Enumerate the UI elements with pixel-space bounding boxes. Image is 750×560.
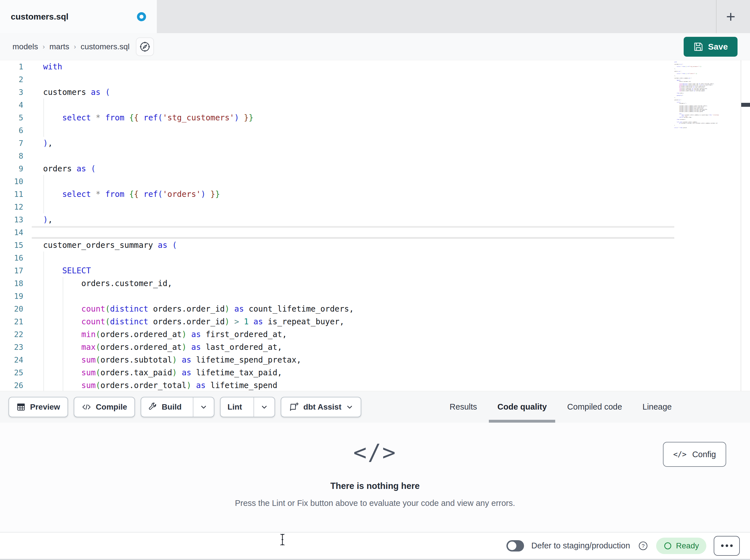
code-icon: </>: [673, 450, 687, 459]
assist-sparkle-chat-icon: [289, 402, 299, 412]
breadcrumb-file: customers.sql: [81, 42, 130, 51]
chevron-down-icon: [261, 403, 268, 411]
code-line: [43, 73, 673, 86]
dbt-assist-button[interactable]: dbt Assist: [281, 397, 361, 417]
lint-button[interactable]: Lint: [221, 397, 249, 417]
line-number: 15: [0, 239, 32, 251]
code-line: sum(orders.order_total) as lifetime_spen…: [43, 379, 673, 391]
code-line: orders.customer_id,: [43, 277, 673, 290]
code-slash-icon: </>: [353, 440, 397, 465]
line-number: 14: [0, 226, 32, 239]
line-number: 19: [0, 290, 32, 303]
action-toolbar: Preview Compile Build: [0, 391, 750, 422]
code-line: [43, 251, 673, 264]
line-number: 26: [0, 379, 32, 391]
line-number: 2: [0, 73, 32, 86]
line-number: 25: [0, 366, 32, 379]
code-line: customer_orders_summary as (: [43, 239, 673, 251]
chevron-down-icon: [346, 403, 353, 411]
code-line: [43, 175, 673, 188]
breadcrumb-separator: ›: [42, 43, 45, 51]
lint-label: Lint: [228, 402, 242, 412]
toggle-knob: [508, 542, 516, 550]
minimap[interactable]: with customers as ( select * from {{ ref…: [674, 61, 719, 132]
code-line: max(orders.ordered_at) as last_ordered_a…: [43, 341, 673, 353]
path-bar: models › marts › customers.sql: [0, 33, 750, 60]
build-dropdown-button[interactable]: [193, 397, 214, 417]
lineage-compass-button[interactable]: [136, 37, 154, 56]
line-number: 5: [0, 111, 32, 124]
lint-dropdown-button[interactable]: [254, 397, 275, 417]
compile-button[interactable]: Compile: [74, 397, 135, 417]
defer-toggle[interactable]: [507, 540, 524, 552]
breadcrumb-models[interactable]: models: [13, 42, 38, 51]
build-split-button: Build: [141, 397, 214, 417]
code-line: sum(orders.subtotal) as lifetime_spend_p…: [43, 353, 673, 366]
line-number-gutter: 1234567891011121314151617181920212223242…: [0, 60, 32, 391]
wrench-icon: [148, 402, 157, 412]
tab-results[interactable]: Results: [439, 391, 488, 422]
code-line: orders as (: [43, 162, 673, 175]
ide-window: customers.sql + models › marts › custome…: [0, 0, 750, 560]
lint-split-button: Lint: [220, 397, 275, 417]
text-cursor: [279, 533, 285, 546]
code-line: customers as (: [43, 86, 673, 99]
tab-code-quality[interactable]: Code quality: [487, 391, 557, 422]
more-options-button[interactable]: [714, 536, 740, 556]
line-number: 18: [0, 277, 32, 290]
empty-state-title: There is nothing here: [330, 481, 420, 491]
config-button[interactable]: </> Config: [663, 442, 726, 467]
tab-compiled-code[interactable]: Compiled code: [557, 391, 632, 422]
code-line: select * from {{ ref('orders') }}: [43, 188, 673, 201]
line-number: 3: [0, 86, 32, 99]
table-icon: [17, 402, 25, 412]
build-button[interactable]: Build: [141, 397, 188, 417]
tab-title: customers.sql: [11, 12, 68, 22]
line-number: 12: [0, 201, 32, 213]
code-area[interactable]: withcustomers as ( select * from {{ ref(…: [43, 60, 673, 391]
scrollbar-thumb[interactable]: [741, 103, 750, 107]
code-line: ),: [43, 137, 673, 149]
breadcrumb-marts[interactable]: marts: [50, 42, 69, 51]
empty-state: </> There is nothing here Press the Lint…: [0, 422, 750, 532]
code-line: [43, 226, 673, 239]
new-tab-button[interactable]: +: [716, 0, 745, 33]
code-line: [43, 99, 673, 111]
help-icon[interactable]: ?: [637, 540, 649, 552]
tab-lineage[interactable]: Lineage: [632, 391, 682, 422]
breadcrumb: models › marts › customers.sql: [13, 42, 130, 51]
line-number: 1: [0, 60, 32, 73]
line-number: 4: [0, 99, 32, 111]
line-number: 21: [0, 315, 32, 328]
ready-label: Ready: [676, 541, 699, 551]
code-line: min(orders.ordered_at) as first_ordered_…: [43, 328, 673, 341]
status-badge: Ready: [656, 538, 706, 554]
line-number: 9: [0, 162, 32, 175]
build-label: Build: [162, 402, 181, 412]
line-number: 6: [0, 124, 32, 137]
save-button[interactable]: Save: [684, 37, 737, 57]
compile-label: Compile: [96, 402, 127, 412]
tab-customers-sql[interactable]: customers.sql: [0, 0, 157, 33]
line-number: 20: [0, 303, 32, 315]
ready-circle-icon: [664, 542, 672, 550]
line-number: 22: [0, 328, 32, 341]
preview-button[interactable]: Preview: [8, 397, 68, 417]
line-number: 13: [0, 213, 32, 226]
line-number: 8: [0, 149, 32, 162]
dbt-assist-label: dbt Assist: [303, 402, 341, 412]
line-number: 23: [0, 341, 32, 353]
code-editor[interactable]: 1234567891011121314151617181920212223242…: [0, 60, 750, 391]
line-number: 16: [0, 251, 32, 264]
code-icon: [82, 402, 91, 412]
empty-state-subtitle: Press the Lint or Fix button above to ev…: [235, 499, 515, 508]
config-label: Config: [692, 450, 716, 459]
line-number: 7: [0, 137, 32, 149]
code-line: count(distinct orders.order_id) as count…: [43, 303, 673, 315]
code-quality-panel: </> There is nothing here Press the Lint…: [0, 422, 750, 532]
save-icon: [693, 42, 704, 52]
line-number: 24: [0, 353, 32, 366]
chevron-down-icon: [200, 403, 207, 411]
code-line: [43, 124, 673, 137]
tab-strip: customers.sql +: [0, 0, 750, 33]
